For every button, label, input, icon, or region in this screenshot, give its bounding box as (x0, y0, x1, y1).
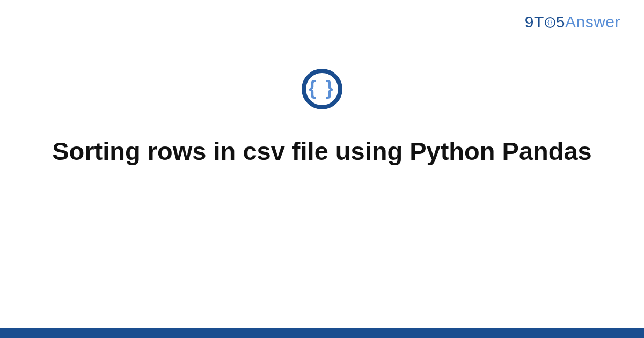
logo-nine: 9 (525, 13, 534, 31)
logo-t: T (534, 13, 544, 31)
brand-logo: 9T5Answer (525, 13, 620, 31)
curly-braces-icon: { } (309, 78, 335, 98)
footer-bar (0, 328, 644, 338)
logo-answer: Answer (565, 13, 620, 31)
logo-five: 5 (556, 13, 565, 31)
category-icon: { } (302, 69, 342, 109)
circle-ring-icon: { } (302, 69, 342, 109)
logo-o-icon (544, 13, 556, 31)
braces-in-circle-icon (545, 17, 555, 28)
page-title: Sorting rows in csv file using Python Pa… (0, 135, 644, 167)
